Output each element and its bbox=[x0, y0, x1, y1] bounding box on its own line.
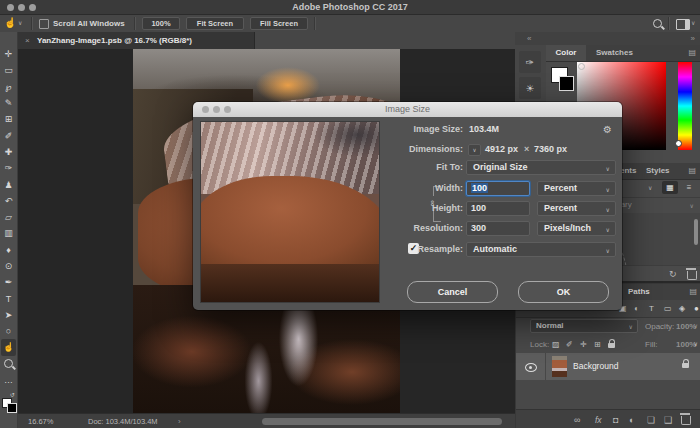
filter-shape-layers-icon[interactable]: ▭ bbox=[664, 300, 672, 317]
clone-stamp-tool-icon[interactable]: ♟ bbox=[0, 176, 17, 192]
link-layers-icon[interactable]: ∞ bbox=[574, 410, 580, 428]
chevron-down-icon[interactable]: ∨ bbox=[648, 184, 652, 191]
lock-artboard-icon[interactable]: ⊞ bbox=[594, 336, 601, 353]
layer-name[interactable]: Background bbox=[573, 353, 618, 380]
layer-row-background[interactable]: Background bbox=[516, 353, 700, 380]
collapse-icon-dock[interactable]: « bbox=[527, 32, 531, 45]
history-brush-tool-icon[interactable]: ↶ bbox=[0, 193, 17, 209]
blend-mode-dropdown[interactable]: Normal ∨ bbox=[530, 319, 638, 333]
type-tool-icon[interactable]: T bbox=[0, 290, 17, 306]
tab-close-icon[interactable]: × bbox=[25, 32, 30, 49]
width-unit-dropdown[interactable]: Percent ∨ bbox=[537, 181, 616, 196]
lock-transparent-pixels-icon[interactable]: ▨ bbox=[552, 336, 560, 353]
panel-background-swatch[interactable] bbox=[559, 76, 574, 91]
status-chevron-icon[interactable]: › bbox=[178, 414, 181, 428]
background-color-swatch[interactable] bbox=[7, 403, 17, 413]
resample-dropdown[interactable]: Automatic ∨ bbox=[466, 242, 616, 257]
tab-styles[interactable]: Styles bbox=[646, 163, 670, 179]
adjustments-panel-icon[interactable]: ☀ bbox=[519, 77, 541, 99]
reset-colors-icon[interactable]: ↺ bbox=[10, 391, 15, 398]
collapse-panel-dock[interactable]: » bbox=[691, 32, 695, 45]
lasso-tool-icon[interactable]: ℘ bbox=[0, 79, 17, 95]
new-layer-icon[interactable]: ❑ bbox=[664, 410, 672, 428]
marquee-tool-icon[interactable]: ▭ bbox=[0, 62, 17, 78]
horizontal-scrollbar[interactable] bbox=[262, 418, 502, 425]
gradient-tool-icon[interactable]: ▥ bbox=[0, 225, 17, 241]
fill-screen-button[interactable]: Fill Screen bbox=[250, 17, 308, 30]
grid-view-button[interactable]: ▦ bbox=[662, 181, 678, 194]
eraser-tool-icon[interactable]: ▱ bbox=[0, 209, 17, 225]
tab-swatches[interactable]: Swatches bbox=[596, 45, 633, 61]
panel-menu-icon[interactable]: ▤ bbox=[688, 163, 696, 179]
quick-selection-tool-icon[interactable]: ✎ bbox=[0, 95, 17, 111]
crop-tool-icon[interactable]: ⊞ bbox=[0, 111, 17, 127]
move-tool-icon[interactable]: ✛ bbox=[0, 46, 17, 62]
scroll-all-windows-checkbox[interactable] bbox=[39, 19, 49, 29]
dialog-titlebar[interactable]: Image Size bbox=[193, 102, 622, 117]
lock-position-icon[interactable]: ✛ bbox=[580, 336, 587, 353]
brushes-panel-icon[interactable]: ✑ bbox=[519, 51, 541, 73]
workspace-chevron-icon[interactable]: ∨ bbox=[691, 19, 695, 26]
tool-preset-chevron-icon[interactable]: ∨ bbox=[18, 19, 22, 26]
filter-toggle-icon[interactable]: ● bbox=[694, 300, 699, 317]
healing-brush-tool-icon[interactable]: ✚ bbox=[0, 144, 17, 160]
document-tab[interactable]: × YanZhang-Image1.psb @ 16.7% (RGB/8*) bbox=[18, 32, 255, 49]
layer-thumbnail[interactable] bbox=[552, 356, 567, 377]
actual-size-button[interactable]: 100% bbox=[142, 17, 180, 30]
hand-tool-icon[interactable]: ☝ bbox=[1, 339, 16, 355]
shape-tool-icon[interactable]: ○ bbox=[0, 323, 17, 339]
color-picker-marker[interactable] bbox=[578, 63, 585, 70]
new-group-icon[interactable]: ❏ bbox=[647, 410, 655, 428]
hand-tool-icon[interactable]: ☝ bbox=[4, 17, 16, 28]
chevron-down-icon[interactable]: ∨ bbox=[694, 336, 698, 353]
panel-menu-icon[interactable]: ▤ bbox=[688, 45, 696, 61]
hue-slider[interactable] bbox=[678, 62, 692, 150]
status-bar: 16.67% Doc: 103.4M/103.4M › bbox=[18, 413, 515, 428]
add-layer-mask-icon[interactable]: ◘ bbox=[613, 410, 618, 428]
tab-adjustments-partial[interactable]: ents bbox=[620, 163, 636, 179]
path-selection-tool-icon[interactable]: ➤ bbox=[0, 307, 17, 323]
zoom-tool-icon[interactable] bbox=[0, 356, 17, 372]
layer-effects-icon[interactable]: fx bbox=[595, 410, 602, 428]
pen-tool-icon[interactable]: ✒ bbox=[0, 274, 17, 290]
height-unit-dropdown[interactable]: Percent ∨ bbox=[537, 201, 616, 216]
height-input[interactable]: 100 bbox=[466, 201, 530, 216]
fit-screen-button[interactable]: Fit Screen bbox=[186, 17, 244, 30]
trash-icon[interactable] bbox=[687, 271, 697, 280]
dodge-tool-icon[interactable]: ⊙ bbox=[0, 258, 17, 274]
filter-smart-objects-icon[interactable]: ◈ bbox=[679, 300, 685, 317]
fit-to-dropdown[interactable]: Original Size ∨ bbox=[466, 160, 616, 175]
search-icon[interactable] bbox=[653, 19, 662, 28]
layer-visibility-eye-icon[interactable] bbox=[525, 363, 537, 372]
cancel-button[interactable]: Cancel bbox=[407, 281, 498, 303]
workspace-icon[interactable] bbox=[676, 19, 690, 30]
panel-menu-icon[interactable]: ▤ bbox=[689, 284, 697, 300]
app-titlebar: Adobe Photoshop CC 2017 bbox=[0, 0, 700, 15]
filter-adjustment-layers-icon[interactable]: ◐ bbox=[634, 300, 639, 317]
chevron-down-icon[interactable]: ∨ bbox=[694, 317, 698, 336]
tab-paths[interactable]: Paths bbox=[628, 284, 650, 300]
blur-tool-icon[interactable]: ♦ bbox=[0, 242, 17, 258]
resolution-input[interactable]: 300 bbox=[466, 221, 530, 236]
lock-all-icon[interactable] bbox=[608, 343, 615, 348]
sync-icon[interactable]: ↻ bbox=[669, 266, 677, 282]
eyedropper-tool-icon[interactable]: ✐ bbox=[0, 127, 17, 143]
filter-type-layers-icon[interactable]: T bbox=[649, 300, 654, 317]
zoom-level-field[interactable]: 16.67% bbox=[28, 414, 53, 428]
width-input[interactable]: 100 bbox=[466, 181, 530, 196]
chevron-down-icon[interactable]: ∨ bbox=[690, 202, 694, 209]
new-adjustment-layer-icon[interactable]: ◐ bbox=[629, 410, 634, 428]
hue-slider-marker[interactable] bbox=[675, 140, 682, 147]
delete-layer-icon[interactable] bbox=[681, 416, 691, 425]
panel-scrollbar[interactable] bbox=[694, 219, 698, 245]
tab-color[interactable]: Color bbox=[546, 45, 586, 61]
list-view-button[interactable]: ≡ bbox=[681, 181, 697, 194]
lock-image-pixels-icon[interactable]: ✐ bbox=[566, 336, 573, 353]
document-tab-bar: × YanZhang-Image1.psb @ 16.7% (RGB/8*) bbox=[18, 32, 515, 50]
brush-tool-icon[interactable]: ✑ bbox=[0, 160, 17, 176]
more-tools-icon[interactable]: … bbox=[0, 372, 17, 388]
gear-icon[interactable]: ⚙ bbox=[603, 122, 612, 137]
ok-button[interactable]: OK bbox=[518, 281, 609, 303]
dimensions-chevron-icon[interactable]: ∨ bbox=[468, 144, 481, 156]
resolution-unit-dropdown[interactable]: Pixels/Inch ∨ bbox=[537, 221, 616, 236]
